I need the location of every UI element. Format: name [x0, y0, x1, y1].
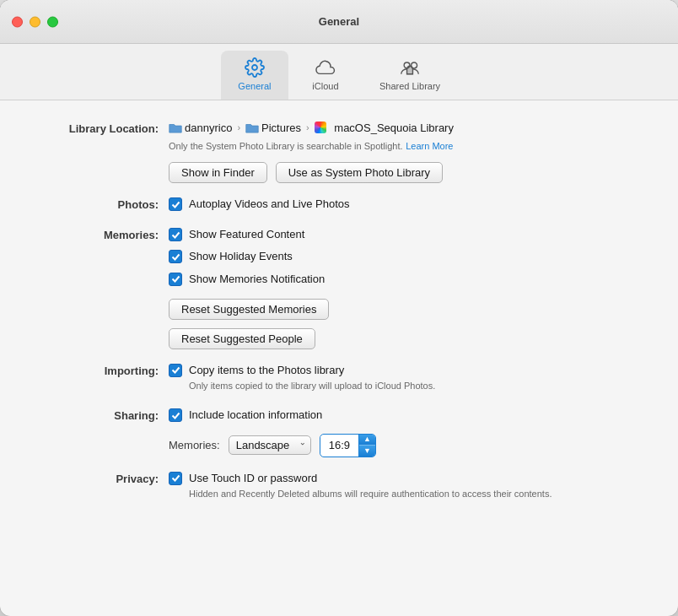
sharing-section: Sharing: Include location information Me…	[34, 408, 644, 457]
stepper-down-button[interactable]: ▼	[359, 446, 375, 457]
memories-controls: Memories: Landscape Portrait Square 16:9…	[169, 434, 644, 457]
library-location-section: Library Location: dannyrico › Pictu	[34, 121, 644, 183]
memories-content: Show Featured Content Show Holiday Event…	[169, 227, 644, 349]
touchid-content: Use Touch ID or password Hidden and Rece…	[189, 471, 552, 501]
tab-icloud-label: iCloud	[312, 81, 338, 91]
reset-memories-button[interactable]: Reset Suggested Memories	[169, 299, 329, 320]
library-note: Only the System Photo Library is searcha…	[169, 139, 644, 152]
gear-icon	[245, 57, 265, 78]
importing-label: Importing:	[34, 363, 169, 377]
featured-checkbox[interactable]	[169, 228, 182, 241]
use-as-system-button[interactable]: Use as System Photo Library	[276, 162, 443, 183]
toolbar: General iCloud Shared Lib	[0, 44, 678, 100]
copy-content: Copy items to the Photos library Only it…	[189, 363, 435, 393]
stepper-up-button[interactable]: ▲	[359, 435, 375, 446]
main-window: General General iCloud	[0, 0, 678, 616]
close-button[interactable]	[12, 16, 23, 27]
privacy-section: Privacy: Use Touch ID or password Hidden…	[34, 471, 644, 503]
memories-label: Memories:	[34, 227, 169, 241]
aspect-stepper: 16:9 ▲ ▼	[320, 434, 376, 457]
minimize-button[interactable]	[30, 16, 40, 27]
learn-more-link[interactable]: Learn More	[406, 141, 453, 151]
photos-icon	[315, 122, 326, 133]
tab-shared-library[interactable]: Shared Library	[363, 51, 457, 100]
folder-icon-2	[245, 121, 259, 134]
sharing-label: Sharing:	[34, 408, 169, 422]
tab-icloud[interactable]: iCloud	[292, 51, 359, 100]
memories-inline-label: Memories:	[169, 439, 220, 451]
holiday-label: Show Holiday Events	[189, 249, 293, 264]
traffic-lights	[12, 16, 58, 27]
shared-library-icon	[400, 57, 420, 78]
folder-icon-1	[169, 121, 182, 134]
aspect-value: 16:9	[320, 436, 358, 454]
path-label-1: dannyrico	[185, 122, 232, 134]
featured-label: Show Featured Content	[189, 227, 304, 242]
library-location-content: dannyrico › Pictures › macOS_Sequoia Lib…	[169, 121, 644, 183]
touchid-row: Use Touch ID or password Hidden and Rece…	[169, 471, 644, 501]
separator-1: ›	[237, 122, 240, 132]
touchid-label: Use Touch ID or password	[189, 472, 317, 484]
library-buttons: Show in Finder Use as System Photo Libra…	[169, 162, 644, 183]
photos-content: Autoplay Videos and Live Photos	[169, 197, 644, 213]
privacy-content: Use Touch ID or password Hidden and Rece…	[169, 471, 644, 503]
holiday-checkbox[interactable]	[169, 250, 182, 263]
reset-buttons: Reset Suggested Memories Reset Suggested…	[169, 299, 644, 349]
path-label-2: Pictures	[261, 122, 301, 134]
autoplay-row: Autoplay Videos and Live Photos	[169, 197, 644, 212]
orientation-select[interactable]: Landscape Portrait Square	[229, 435, 311, 455]
window-title: General	[319, 15, 359, 28]
stepper-buttons: ▲ ▼	[358, 435, 375, 457]
location-checkbox[interactable]	[169, 408, 182, 422]
show-in-finder-button[interactable]: Show in Finder	[169, 162, 267, 183]
path-label-3: macOS_Sequoia Library	[334, 122, 454, 134]
notification-checkbox[interactable]	[169, 273, 182, 286]
library-location-label: Library Location:	[34, 121, 169, 135]
sharing-content: Include location information Memories: L…	[169, 408, 644, 457]
memories-section: Memories: Show Featured Content	[34, 227, 644, 349]
tab-shared-library-label: Shared Library	[379, 81, 440, 91]
separator-2: ›	[306, 122, 309, 132]
orientation-select-wrapper: Landscape Portrait Square	[229, 435, 311, 455]
copy-row: Copy items to the Photos library Only it…	[169, 363, 644, 393]
featured-row: Show Featured Content	[169, 227, 644, 242]
autoplay-checkbox[interactable]	[169, 197, 182, 211]
importing-content: Copy items to the Photos library Only it…	[169, 363, 644, 395]
privacy-label: Privacy:	[34, 471, 169, 485]
touchid-note: Hidden and Recently Deleted albums will …	[189, 488, 552, 500]
reset-people-button[interactable]: Reset Suggested People	[169, 328, 315, 349]
location-label: Include location information	[189, 408, 322, 423]
tab-general[interactable]: General	[221, 51, 288, 100]
importing-section: Importing: Copy items to the Photos libr…	[34, 363, 644, 395]
notification-row: Show Memories Notification	[169, 272, 644, 287]
library-note-text: Only the System Photo Library is searcha…	[169, 141, 403, 151]
autoplay-label: Autoplay Videos and Live Photos	[189, 197, 350, 212]
notification-label: Show Memories Notification	[189, 272, 325, 287]
location-row: Include location information	[169, 408, 644, 423]
path-part1: dannyrico	[169, 121, 232, 134]
photos-label: Photos:	[34, 197, 169, 211]
path-part2: Pictures	[245, 121, 301, 134]
tab-general-label: General	[238, 81, 271, 91]
content-area: Library Location: dannyrico › Pictu	[0, 100, 678, 616]
copy-label: Copy items to the Photos library	[189, 364, 344, 376]
holiday-row: Show Holiday Events	[169, 249, 644, 264]
path-part3: macOS_Sequoia Library	[315, 122, 454, 134]
maximize-button[interactable]	[47, 16, 58, 27]
titlebar: General	[0, 0, 678, 44]
svg-point-0	[252, 65, 257, 70]
copy-note: Only items copied to the library will up…	[189, 380, 435, 392]
photos-section: Photos: Autoplay Videos and Live Photos	[34, 197, 644, 213]
icloud-icon	[315, 57, 336, 78]
library-path: dannyrico › Pictures › macOS_Sequoia Lib…	[169, 121, 644, 134]
copy-checkbox[interactable]	[169, 364, 182, 377]
touchid-checkbox[interactable]	[169, 472, 182, 485]
